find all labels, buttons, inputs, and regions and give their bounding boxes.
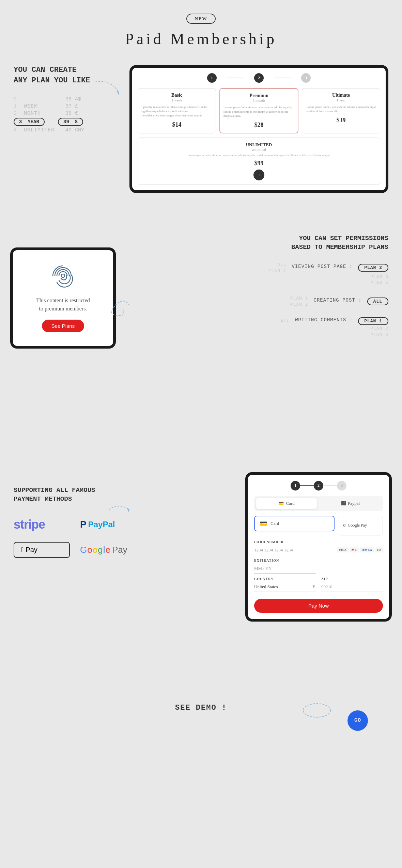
zip-value: 90210 (321, 584, 383, 590)
google-pay-logo: Google Pay (80, 542, 136, 558)
page-title: Paid Membership (0, 30, 402, 48)
fingerprint-icon (49, 264, 77, 291)
chevron-down-icon: ▼ (312, 584, 316, 589)
payment-tablet-mockup: 1 2 3 💳 Card 🅿 Paypal 💳 Card G (245, 472, 392, 622)
country-zip-row: COUNTRY United States ▼ ZIP 90210 (254, 577, 383, 595)
plan-num-1: 1 (14, 103, 20, 109)
expiration-value: MM / YY (254, 566, 316, 571)
country-label: COUNTRY (254, 577, 316, 581)
permissions-title: YOU CAN SET PERMISSIONSBASED TO MEMBERSH… (157, 234, 388, 252)
perm-creating-plan1: PLAN 1 (290, 296, 308, 301)
plan-num-0: 0 (14, 96, 20, 102)
perm-comments-all: ALL (281, 319, 290, 324)
perm-comments-plan2: PLAN 2 (370, 326, 388, 331)
svg-point-3 (303, 704, 330, 717)
plan-cur-0: A$ (75, 96, 81, 102)
plan-price-ultimate: $39 (306, 117, 376, 124)
plan-name-premium: Premium (223, 93, 294, 98)
zip-group: ZIP 90210 (321, 577, 383, 592)
dashed-arrow-1 (92, 75, 126, 102)
plan-card-basic[interactable]: Basic 1 week • phantra massa massa ultri… (138, 88, 216, 133)
expiration-group: EXPIRATION MM / YY (254, 559, 316, 574)
plan-num-3: 3 YEAR (14, 118, 20, 126)
plan-card-unlimited[interactable]: UNLIMITED unlimited Lorem ipsum dolor si… (138, 138, 380, 185)
svg-point-1 (61, 274, 65, 277)
next-button[interactable]: → (253, 170, 264, 180)
card-selected-option[interactable]: 💳 Card (254, 516, 335, 531)
payment-logos-grid: stripe P PayPal  Pay Google Pay (14, 517, 136, 558)
perm-viewing-all: ALL (277, 262, 286, 267)
apple-pay-logo:  Pay (14, 542, 70, 558)
pay-step-3: 3 (337, 481, 346, 491)
plan-label-4: UNLIMITED (24, 127, 55, 133)
card-number-value: 1234 1234 1234 1234 (254, 547, 337, 553)
perm-creating-plan2: PLAN 2 (290, 302, 308, 307)
plan-row-1: 1 WEEK 37 £ (14, 103, 123, 109)
see-plans-button[interactable]: See Plans (42, 320, 84, 332)
unlimited-period: unlimited (142, 147, 376, 151)
amex-icon: AMEX (360, 547, 374, 552)
pay-tab-paypal[interactable]: 🅿 Paypal (320, 498, 381, 509)
payment-method-tabs: 💳 Card 🅿 Paypal (254, 496, 383, 511)
pay-step-1: 1 (291, 481, 300, 491)
pay-line-1-2 (300, 485, 314, 486)
plan-price-basic: $14 (141, 121, 212, 128)
plan-3-pill: 3 YEAR (14, 118, 45, 126)
plan-val-3: 39 $ (58, 118, 72, 126)
perm-creating-label: CREATING POST : (314, 298, 362, 303)
section-plan-builder: YOU CAN CREATEANY PLAN YOU LIKE 0 36 A$ … (0, 65, 402, 193)
pay-tab-card[interactable]: 💳 Card (256, 498, 317, 509)
payment-steps-bar: 1 2 3 (254, 481, 383, 491)
perm-viewing-plan4: PLAN 4 (370, 280, 388, 286)
section-permissions: This content is restrictedto premium mem… (0, 220, 402, 459)
country-value: United States (254, 584, 312, 590)
card-number-row: 1234 1234 1234 1234 VISA MC AMEX elo (254, 545, 383, 555)
pay-line-2-3 (323, 485, 337, 486)
plan-num-4: 4 (14, 127, 20, 133)
card-tab-label: Card (286, 501, 294, 506)
stripe-logo: stripe (14, 517, 70, 532)
plan-card-ultimate[interactable]: Ultimate 1 year Lorem ipsum dolor s cons… (302, 88, 380, 133)
plan-period-basic: 1 week (141, 98, 212, 102)
section-see-demo: SEE DEMO ! GO (0, 690, 402, 744)
plan-val-2: 38 (58, 111, 72, 116)
perm-viewing-plan2-selected[interactable]: PLAN 2 (358, 264, 388, 272)
mastercard-icon: MC (350, 547, 359, 552)
go-button[interactable]: GO (347, 710, 368, 731)
plan-label-1: WEEK (24, 103, 55, 109)
zip-label: ZIP (321, 577, 383, 581)
permissions-right: YOU CAN SET PERMISSIONSBASED TO MEMBERSH… (157, 234, 388, 337)
payment-left: SUPPORTING ALL FAMOUSPAYMENT METHODS str… (14, 486, 136, 558)
gpay-icon: G (343, 524, 346, 527)
perm-comments-label: WRITING COMMENTS : (295, 317, 353, 323)
expiration-label: EXPIRATION (254, 559, 316, 562)
plan-row-3: 3 YEAR 39 $ (14, 118, 123, 126)
perm-viewing-label: VIEVING POST PAGE : (292, 264, 353, 269)
plan-desc-basic: • phantra massa massa ultrices mi quis h… (141, 105, 212, 118)
perm-viewing-post: ALL PLAN 1 VIEVING POST PAGE : PLAN 2 PL… (157, 262, 388, 286)
payment-options-row: 💳 Card G Google Pay (254, 516, 383, 535)
country-group: COUNTRY United States ▼ (254, 577, 316, 592)
visa-icon: VISA (337, 547, 349, 552)
plan-period-ultimate: 1 year (306, 98, 376, 102)
perm-comments-plan1-selected[interactable]: PLAN 1 (358, 317, 388, 325)
plan-card-premium[interactable]: Premium 3 month Lorem ipsum dolor sit am… (219, 88, 298, 133)
step-2: 2 (254, 73, 264, 83)
perm-comments-plan3: PLAN 3 (370, 332, 388, 337)
plan-3-val-pill: 39 $ (58, 118, 83, 126)
steps-bar: 1 2 3 (138, 73, 380, 83)
card-number-group: CARD NUMBER 1234 1234 1234 1234 VISA MC … (254, 540, 383, 555)
gpay-option[interactable]: G Google Pay (338, 516, 383, 535)
paypal-tab-icon: 🅿 (341, 501, 346, 506)
perm-creating-all-selected[interactable]: ALL (367, 298, 388, 305)
perm-viewing-plan1: PLAN 1 (268, 268, 287, 273)
card-number-label: CARD NUMBER (254, 540, 383, 544)
country-input-row[interactable]: United States ▼ (254, 582, 316, 592)
step-1: 1 (207, 73, 217, 83)
pay-now-button[interactable]: Pay Now (254, 599, 383, 613)
gpay-option-label: Google Pay (348, 523, 367, 528)
plan-num-2: 2 (14, 111, 20, 116)
card-option-label: Card (270, 521, 279, 526)
plan-desc-ultimate: Lorem ipsum dolor s consectetur adipisc … (306, 105, 376, 113)
plans-comparison: Basic 1 week • phantra massa massa ultri… (138, 88, 380, 133)
